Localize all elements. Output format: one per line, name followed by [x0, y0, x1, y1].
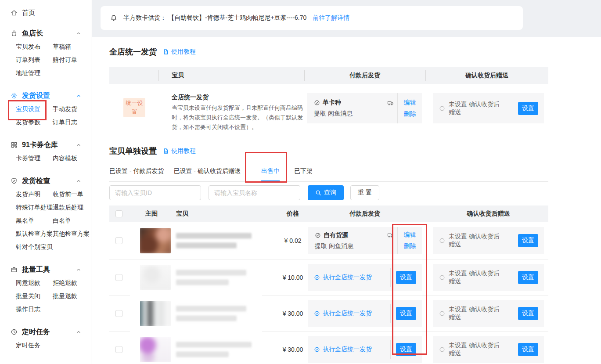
individual-tutorial-label: 使用教程	[171, 147, 196, 155]
sidebar-item-individual-products[interactable]: 针对个别宝贝	[16, 241, 53, 254]
select-all-checkbox[interactable]	[115, 210, 122, 217]
sidebar-item-scheduled-task[interactable]: 定时任务	[16, 339, 53, 352]
page: 首页 鱼店长 宝贝发布 草稿箱 订单列表 赔付订单 地址管理 发货设置	[0, 0, 601, 364]
ship-set-button[interactable]: 设置	[396, 307, 416, 320]
unified-row-info: 全店统一发货 当宝贝未设置任何发货配置，且未配置任何商品编码时，将为该宝贝执行全…	[172, 94, 311, 132]
delivery-truck-icon	[387, 100, 394, 106]
table-row: ¥ 0.02 自有货源 提取 闲鱼消息 编辑 删除	[109, 222, 548, 259]
sidebar-group-card-warehouse: 91卡券仓库 卡券管理 内容模板	[11, 140, 91, 165]
delivery-truck-icon	[387, 232, 394, 238]
query-button[interactable]: 查询	[308, 185, 344, 200]
unified-shipping-row: 统一设置 全店统一发货 当宝贝未设置任何发货配置，且未配置任何商品编码时，将为该…	[109, 84, 548, 134]
unified-settings-badge: 统一设置	[123, 98, 145, 117]
circle-icon	[439, 238, 445, 244]
sidebar-item-special-order-handling[interactable]: 特殊订单处理	[16, 201, 53, 214]
gift-set-button[interactable]: 设置	[518, 307, 538, 320]
sidebar-item-order-list[interactable]: 订单列表	[16, 54, 53, 67]
sidebar-group-items: 宝贝设置 手动发货 发货参数 订单日志	[16, 103, 91, 129]
sidebar-item-batch-refund[interactable]: 批量退款	[53, 290, 91, 303]
chevron-up-icon	[76, 178, 81, 184]
sidebar-item-address-management[interactable]: 地址管理	[16, 67, 53, 80]
query-button-label: 查询	[324, 189, 336, 197]
panel-divider	[509, 340, 509, 359]
individual-settings-title: 宝贝单独设置	[109, 146, 157, 156]
panel-divider	[390, 304, 391, 323]
chevron-up-icon	[76, 267, 81, 272]
ship-set-button[interactable]: 设置	[396, 343, 416, 356]
sidebar-group-title-shipping-check[interactable]: 发货检查	[11, 176, 91, 186]
reset-button[interactable]: 重置	[350, 185, 379, 200]
sidebar-group-batch-tools: 批量工具 同意退款 拒绝退款 批量关闭 批量退款 操作日志	[11, 264, 91, 316]
sidebar-item-product-publish[interactable]: 宝贝发布	[16, 40, 53, 54]
sidebar-item-shipping-statement[interactable]: 发货声明	[16, 188, 53, 201]
product-name-input[interactable]	[209, 185, 300, 200]
individual-tutorial-link[interactable]: 使用教程	[163, 147, 196, 155]
sidebar-item-pre-receipt-order[interactable]: 收货前一单	[53, 188, 91, 201]
column-ship-after-payment: 付款后发货	[304, 72, 425, 79]
panel-divider	[509, 304, 509, 323]
gift-panel: 未设置 确认收货后赠送 设置	[433, 264, 544, 291]
sidebar-group-title-card-warehouse[interactable]: 91卡券仓库	[11, 140, 91, 150]
sidebar-item-home[interactable]: 首页	[11, 8, 91, 18]
unified-table-header: 宝贝 付款后发货 确认收货后赠送	[109, 67, 548, 84]
sidebar-group-items: 卡券管理 内容模板	[16, 152, 91, 165]
gift-status-label: 未设置 确认收货后赠送	[449, 306, 505, 321]
sidebar-item-card-management[interactable]: 卡券管理	[16, 152, 53, 165]
row-checkbox[interactable]	[115, 346, 122, 353]
circle-icon	[439, 346, 445, 353]
sidebar-group-title-batch-tools[interactable]: 批量工具	[11, 264, 91, 275]
sidebar-item-order-log[interactable]: 订单日志	[53, 116, 91, 129]
row-checkbox[interactable]	[115, 237, 122, 244]
ship-actions: 编辑 删除	[397, 93, 422, 123]
sidebar-group-title-fish-shop-manager[interactable]: 鱼店长	[11, 28, 91, 39]
sidebar-item-draft-box[interactable]: 草稿箱	[53, 40, 91, 54]
gift-set-button[interactable]: 设置	[518, 234, 538, 247]
notification-link[interactable]: 前往了解详情	[313, 14, 349, 22]
sidebar-group-title-shipping-settings[interactable]: 发货设置	[11, 90, 91, 101]
sidebar-item-shipping-params[interactable]: 发货参数	[16, 116, 53, 129]
tab-off-shelf[interactable]: 已下架	[294, 163, 313, 181]
sidebar-item-product-settings[interactable]: 宝贝设置	[16, 103, 53, 116]
sidebar-item-blacklist[interactable]: 黑名单	[16, 214, 53, 227]
gift-panel: 未设置 确认收货后赠送 设置	[433, 227, 544, 254]
row-checkbox[interactable]	[115, 310, 122, 317]
tab-set-ship-after-payment[interactable]: 已设置 - 付款后发货	[109, 163, 164, 181]
sidebar-group-label: 发货设置	[22, 91, 50, 101]
gift-set-button[interactable]: 设置	[518, 343, 538, 356]
sidebar-item-reject-refund[interactable]: 拒绝退款	[53, 277, 91, 290]
search-row: 查询 重置	[109, 185, 379, 200]
unified-shipping-section-header: 全店统一发货 使用教程	[109, 47, 196, 57]
ship-set-button[interactable]: 设置	[396, 271, 416, 284]
sidebar-group-items: 定时任务	[16, 339, 91, 352]
clock-icon	[11, 328, 18, 335]
delete-link[interactable]: 删除	[404, 242, 416, 250]
column-divider	[425, 70, 426, 81]
sidebar-item-manual-shipping[interactable]: 手动发货	[53, 103, 91, 116]
gift-set-button[interactable]: 设置	[518, 102, 538, 115]
sidebar-item-content-template[interactable]: 内容模板	[53, 152, 91, 165]
row-checkbox[interactable]	[115, 274, 122, 281]
ship-panel: 执行全店统一发货 设置	[308, 336, 422, 363]
gift-set-button[interactable]: 设置	[518, 271, 538, 284]
delete-link[interactable]: 删除	[404, 110, 416, 118]
sidebar-item-operation-log[interactable]: 操作日志	[16, 303, 53, 316]
tab-set-gift-after-receipt[interactable]: 已设置 - 确认收货后赠送	[173, 163, 240, 181]
sidebar-item-batch-close[interactable]: 批量关闭	[16, 290, 53, 303]
unified-tutorial-link[interactable]: 使用教程	[163, 48, 196, 56]
ship-extract-label: 提取 闲鱼消息	[315, 242, 394, 250]
sidebar-item-agree-refund[interactable]: 同意退款	[16, 277, 53, 290]
tab-on-sale[interactable]: 出售中	[261, 163, 280, 181]
individual-settings-section-header: 宝贝单独设置 使用教程	[109, 146, 196, 156]
sidebar-item-default-check-plan[interactable]: 默认检查方案	[16, 227, 53, 241]
main-content: 全店统一发货 使用教程 宝贝 付款后发货 确认收货后赠送 统一设置 全店统一发货…	[92, 37, 601, 364]
sidebar-item-refund-handling[interactable]: 退款后处理	[53, 201, 91, 214]
sidebar-group-shipping-check: 发货检查 发货声明 收货前一单 特殊订单处理 退款后处理 黑名单 白名单 默认检…	[11, 176, 91, 254]
edit-link[interactable]: 编辑	[404, 231, 416, 239]
sidebar-item-whitelist[interactable]: 白名单	[53, 214, 91, 227]
sidebar-item-other-check-plan[interactable]: 其他检查方案	[53, 227, 91, 241]
sidebar-item-compensation-orders[interactable]: 赔付订单	[53, 54, 91, 67]
circle-check-icon	[314, 100, 320, 106]
edit-link[interactable]: 编辑	[404, 99, 416, 107]
product-id-input[interactable]	[109, 185, 201, 200]
sidebar-group-title-scheduled-tasks[interactable]: 定时任务	[11, 327, 91, 337]
